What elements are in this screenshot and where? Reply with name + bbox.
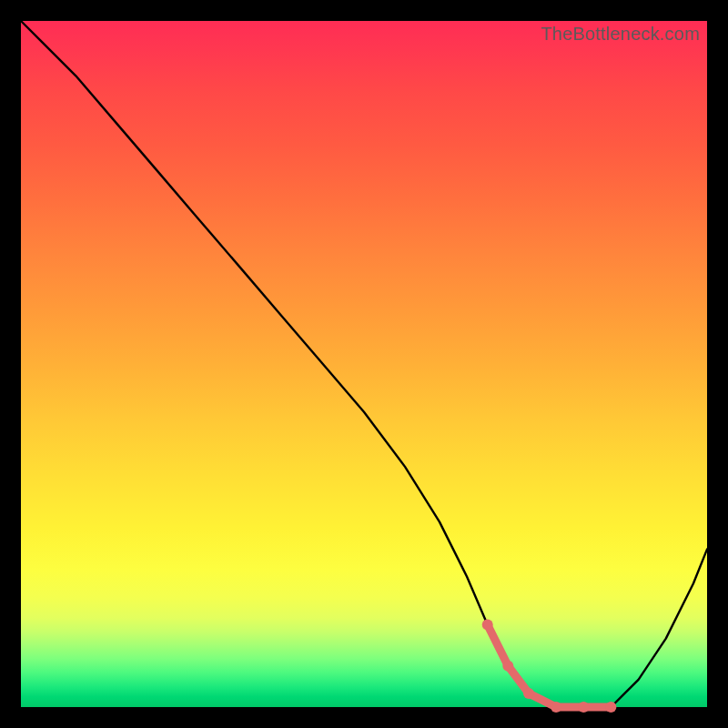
chart-frame: TheBottleneck.com — [0, 0, 728, 728]
highlight-dot — [578, 702, 589, 713]
bottleneck-curve — [21, 21, 707, 707]
highlight-dot — [605, 702, 616, 713]
highlight-dot — [523, 688, 534, 699]
highlight-dot — [502, 661, 513, 672]
highlight-dots — [482, 620, 617, 713]
highlight-dot — [482, 620, 493, 631]
curve-layer — [21, 21, 707, 707]
plot-area: TheBottleneck.com — [21, 21, 707, 707]
highlight-dot — [551, 702, 561, 713]
